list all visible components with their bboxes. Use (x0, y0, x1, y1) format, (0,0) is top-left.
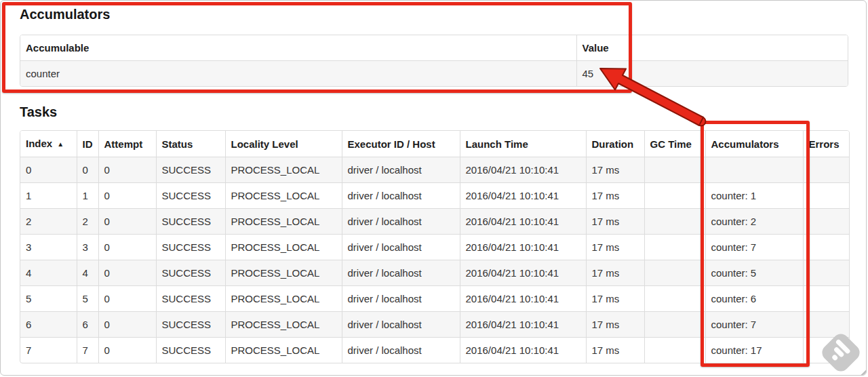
table-cell: 2 (20, 209, 77, 235)
table-cell: 2016/04/21 10:10:41 (460, 183, 586, 209)
table-cell: PROCESS_LOCAL (225, 157, 342, 183)
table-cell: SUCCESS (156, 312, 225, 338)
table-cell: counter: 6 (705, 286, 803, 312)
table-cell: 45 (576, 61, 848, 87)
column-header-label: Attempt (104, 138, 143, 150)
table-cell: 17 ms (586, 157, 644, 183)
table-cell: driver / localhost (342, 338, 460, 363)
table-cell: 1 (20, 183, 77, 209)
table-row: 110SUCCESSPROCESS_LOCALdriver / localhos… (20, 183, 850, 209)
column-header-label: ID (83, 138, 93, 150)
table-cell (705, 157, 803, 183)
table-cell (644, 286, 705, 312)
tasks-section-title: Tasks (20, 104, 847, 120)
table-cell: SUCCESS (156, 260, 225, 286)
table-cell (644, 209, 705, 235)
table-cell: 6 (20, 312, 77, 338)
table-cell: 3 (20, 235, 77, 260)
column-header-value[interactable]: Value (576, 35, 848, 61)
table-cell: driver / localhost (342, 183, 460, 209)
table-cell (644, 157, 705, 183)
table-cell: SUCCESS (156, 338, 225, 363)
table-cell (803, 157, 850, 183)
table-cell: SUCCESS (156, 209, 225, 235)
page-content: Accumulators AccumulableValue counter45 … (1, 1, 866, 363)
table-cell: 0 (98, 338, 156, 363)
table-cell: 0 (20, 157, 77, 183)
table-cell: 0 (98, 209, 156, 235)
table-cell: 17 ms (586, 183, 644, 209)
table-cell: PROCESS_LOCAL (225, 209, 342, 235)
table-cell: SUCCESS (156, 183, 225, 209)
table-cell: 2016/04/21 10:10:41 (460, 286, 586, 312)
table-cell: counter (20, 61, 576, 87)
column-header-label: GC Time (650, 138, 692, 150)
table-cell: 2016/04/21 10:10:41 (460, 235, 586, 260)
table-cell: SUCCESS (156, 157, 225, 183)
column-header-accumulable[interactable]: Accumulable (20, 35, 576, 61)
column-header-accumulators[interactable]: Accumulators (705, 131, 803, 157)
table-cell: 4 (77, 260, 98, 286)
table-cell: 1 (77, 183, 98, 209)
table-cell: 0 (98, 312, 156, 338)
table-cell: 3 (77, 235, 98, 260)
table-cell: driver / localhost (342, 235, 460, 260)
table-cell: 17 ms (586, 338, 644, 363)
column-header-executor-id-host[interactable]: Executor ID / Host (342, 131, 460, 157)
table-cell: driver / localhost (342, 157, 460, 183)
column-header-status[interactable]: Status (156, 131, 225, 157)
table-row: 660SUCCESSPROCESS_LOCALdriver / localhos… (20, 312, 850, 338)
column-header-locality-level[interactable]: Locality Level (225, 131, 342, 157)
table-cell: 17 ms (586, 286, 644, 312)
column-header-label: Index (26, 138, 52, 149)
table-cell: 7 (77, 338, 98, 363)
column-header-label: Errors (809, 138, 840, 150)
table-cell: 17 ms (586, 312, 644, 338)
table-cell: driver / localhost (342, 286, 460, 312)
column-header-label: Value (583, 42, 609, 54)
table-cell: 17 ms (586, 260, 644, 286)
table-cell: 0 (77, 157, 98, 183)
table-cell (803, 183, 850, 209)
column-header-label: Launch Time (466, 138, 528, 150)
table-cell (644, 183, 705, 209)
table-cell: 0 (98, 260, 156, 286)
table-cell: SUCCESS (156, 235, 225, 260)
table-row: 770SUCCESSPROCESS_LOCALdriver / localhos… (20, 338, 850, 363)
table-row: 440SUCCESSPROCESS_LOCALdriver / localhos… (20, 260, 850, 286)
table-cell: counter: 17 (705, 338, 803, 363)
table-row: 330SUCCESSPROCESS_LOCALdriver / localhos… (20, 235, 850, 260)
column-header-id[interactable]: ID (77, 131, 98, 157)
table-cell: 0 (98, 286, 156, 312)
table-cell: PROCESS_LOCAL (225, 183, 342, 209)
table-cell: driver / localhost (342, 209, 460, 235)
tasks-table: Index▲IDAttemptStatusLocality LevelExecu… (20, 130, 850, 363)
table-cell (803, 260, 850, 286)
table-cell: 2016/04/21 10:10:41 (460, 157, 586, 183)
table-cell: PROCESS_LOCAL (225, 235, 342, 260)
table-cell: 2 (77, 209, 98, 235)
table-cell (644, 235, 705, 260)
table-cell: counter: 7 (705, 235, 803, 260)
column-header-gc-time[interactable]: GC Time (644, 131, 705, 157)
table-cell: PROCESS_LOCAL (225, 338, 342, 363)
table-cell (644, 260, 705, 286)
column-header-label: Duration (592, 138, 634, 150)
column-header-label: Locality Level (231, 138, 298, 150)
table-cell: 0 (98, 157, 156, 183)
column-header-duration[interactable]: Duration (586, 131, 644, 157)
accumulators-table: AccumulableValue counter45 (20, 35, 848, 87)
column-header-label: Accumulators (711, 138, 779, 150)
table-cell: driver / localhost (342, 260, 460, 286)
table-cell (644, 338, 705, 363)
column-header-label: Accumulable (26, 42, 89, 54)
column-header-attempt[interactable]: Attempt (98, 131, 156, 157)
table-cell: PROCESS_LOCAL (225, 260, 342, 286)
column-header-launch-time[interactable]: Launch Time (460, 131, 586, 157)
table-row: 000SUCCESSPROCESS_LOCALdriver / localhos… (20, 157, 850, 183)
column-header-errors[interactable]: Errors (803, 131, 850, 157)
table-cell: 2016/04/21 10:10:41 (460, 260, 586, 286)
table-cell: 0 (98, 183, 156, 209)
column-header-index[interactable]: Index▲ (20, 131, 77, 157)
table-row: 220SUCCESSPROCESS_LOCALdriver / localhos… (20, 209, 850, 235)
